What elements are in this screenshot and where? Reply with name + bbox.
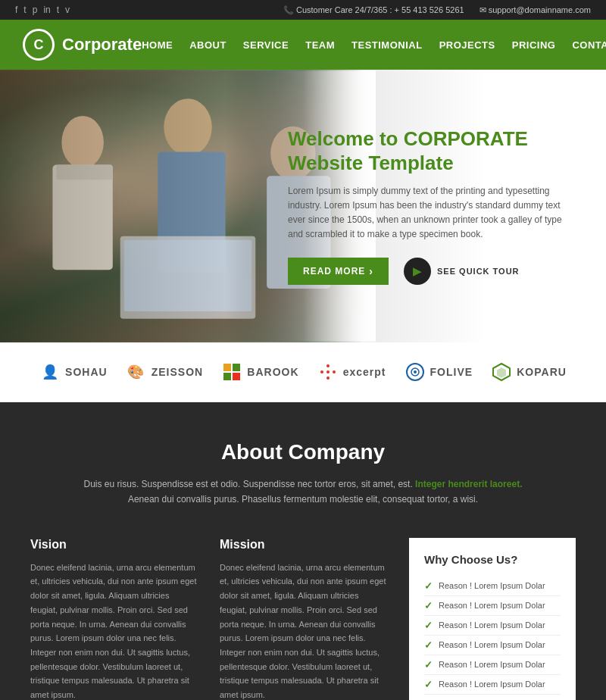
check-icon: ✓ [424,659,433,670]
nav-service[interactable]: SERVICE [243,39,289,51]
why-item: ✓Reason ! Lorem Ipsum Dolar [424,577,561,596]
hero-body: Lorem Ipsum is simply dummy text of the … [288,184,576,242]
svg-rect-11 [223,364,231,371]
partner-excerpt: excerpt [317,361,386,383]
vision-title: Vision [30,538,197,552]
nav-pricing[interactable]: PRICING [512,39,556,51]
partner-zeisson: 🎨 ZEISSON [126,361,203,383]
why-item-text: Reason ! Lorem Ipsum Dolar [439,640,545,649]
logo-icon: C [23,29,55,61]
vimeo-icon[interactable]: v [65,5,70,15]
why-item: ✓Reason ! Lorem Ipsum Dolar [424,695,561,700]
why-title: Why Choose Us? [424,553,561,566]
svg-rect-13 [223,373,231,380]
main-nav: HOME ABOUT SERVICE TEAM TESTIMONIAL PROJ… [142,39,606,51]
koparu-icon [491,361,512,383]
svg-marker-24 [497,367,506,378]
quick-tour-button[interactable]: ▶ SEE QUICK TOUR [404,258,520,285]
svg-point-22 [414,370,417,373]
why-items-list: ✓Reason ! Lorem Ipsum Dolar✓Reason ! Lor… [424,577,561,700]
logo[interactable]: C Corporate [23,29,142,61]
why-item-text: Reason ! Lorem Ipsum Dolar [439,620,545,630]
why-item-text: Reason ! Lorem Ipsum Dolar [439,660,545,669]
mission-title: Mission [220,538,386,552]
twitter-icon[interactable]: t [23,5,26,15]
partner-folive: FOLIVE [405,361,473,383]
hero-buttons: READ MORE ▶ SEE QUICK TOUR [288,258,576,285]
about-subtitle-bold: Integer hendrerit laoreet. [415,479,522,489]
nav-projects[interactable]: PROJECTS [439,39,495,51]
tumblr-icon[interactable]: t [57,5,59,15]
hero-title: Welcome to CORPORATE Website Template [288,127,576,174]
play-icon: ▶ [404,258,431,285]
svg-point-18 [320,370,323,373]
barook-icon [221,361,242,383]
facebook-icon[interactable]: f [15,5,17,15]
top-bar: f t p in t v Customer Care 24/7/365 : + … [0,0,606,20]
pinterest-icon[interactable]: p [33,5,38,15]
partners-section: 👤 SOHAU 🎨 ZEISSON BAROOK excerp [0,342,606,402]
zeisson-name: ZEISSON [152,366,203,378]
about-title: About Company [30,440,576,464]
about-subtitle: Duis eu risus. Suspendisse est et odio. … [83,477,523,508]
svg-point-17 [326,377,330,380]
zeisson-icon: 🎨 [126,361,147,383]
quick-tour-label: SEE QUICK TOUR [437,267,520,276]
why-item-text: Reason ! Lorem Ipsum Dolar [439,680,545,689]
check-icon: ✓ [424,600,433,611]
barook-name: BAROOK [247,366,298,378]
about-section: About Company Duis eu risus. Suspendisse… [0,402,606,700]
why-item-text: Reason ! Lorem Ipsum Dolar [439,601,545,610]
social-links[interactable]: f t p in t v [15,5,70,15]
folive-icon [405,361,426,383]
sohau-icon: 👤 [39,361,61,383]
sohau-name: SOHAU [65,366,108,378]
vision-column: Vision Donec eleifend lacinia, urna arcu… [30,538,197,700]
excerpt-icon [317,361,339,383]
check-icon: ✓ [424,679,433,690]
about-subtitle-text1: Duis eu risus. Suspendisse est et odio. … [84,479,416,489]
partner-sohau: 👤 SOHAU [39,361,108,383]
hero-content: Welcome to CORPORATE Website Template Lo… [273,70,606,342]
folive-name: FOLIVE [430,366,473,378]
nav-contact[interactable]: CONTACT [572,39,606,51]
nav-home[interactable]: HOME [142,39,173,51]
koparu-name: KOPARU [517,366,567,378]
logo-name: Corporate [62,35,142,55]
why-item-text: Reason ! Lorem Ipsum Dolar [439,581,545,590]
svg-point-19 [333,370,336,373]
vision-text1: Donec eleifend lacinia, urna arcu elemen… [30,561,197,700]
check-icon: ✓ [424,620,433,631]
about-columns: Vision Donec eleifend lacinia, urna arcu… [30,538,576,700]
check-icon: ✓ [424,639,433,651]
linkedin-icon[interactable]: in [43,5,50,15]
nav-team[interactable]: TEAM [305,39,335,51]
read-more-button[interactable]: READ MORE [288,258,389,285]
header: C Corporate HOME ABOUT SERVICE TEAM TEST… [0,20,606,70]
svg-rect-12 [233,364,240,371]
why-item: ✓Reason ! Lorem Ipsum Dolar [424,675,561,695]
nav-about[interactable]: ABOUT [189,39,226,51]
check-icon: ✓ [424,580,433,592]
nav-testimonial[interactable]: TESTIMONIAL [351,39,423,51]
phone-number: Customer Care 24/7/365 : + 55 413 526 52… [283,5,464,15]
about-subtitle-text2: Aenean dui convallis purus. Phasellus fe… [128,494,478,505]
why-item: ✓Reason ! Lorem Ipsum Dolar [424,636,561,655]
why-choose-box: Why Choose Us? ✓Reason ! Lorem Ipsum Dol… [409,538,576,700]
mission-column: Mission Donec eleifend lacinia, urna arc… [220,538,386,700]
mission-text1: Donec eleifend lacinia, urna arcu elemen… [220,561,386,700]
why-item: ✓Reason ! Lorem Ipsum Dolar [424,616,561,636]
why-item: ✓Reason ! Lorem Ipsum Dolar [424,655,561,675]
email-address: support@domainname.com [479,5,591,15]
svg-point-15 [326,370,330,373]
svg-rect-14 [233,373,240,380]
contact-info: Customer Care 24/7/365 : + 55 413 526 52… [283,5,591,15]
svg-point-16 [326,364,330,367]
partner-barook: BAROOK [221,361,298,383]
excerpt-name: excerpt [343,366,386,378]
why-item: ✓Reason ! Lorem Ipsum Dolar [424,596,561,616]
partner-koparu: KOPARU [491,361,567,383]
hero-section: Welcome to CORPORATE Website Template Lo… [0,70,606,342]
